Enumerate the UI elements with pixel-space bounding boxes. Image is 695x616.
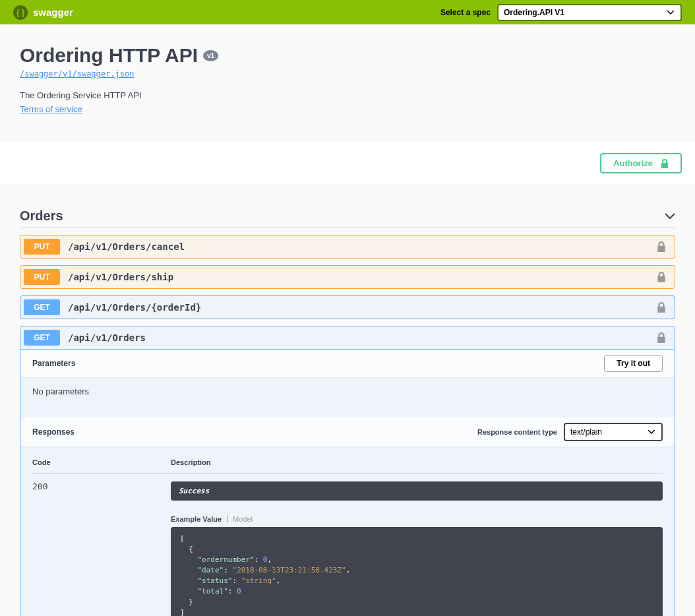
responses-table-header: Code Description <box>32 458 663 474</box>
lock-icon <box>661 159 669 168</box>
api-description: The Ordering Service HTTP API <box>20 90 682 100</box>
authorize-button[interactable]: Authorize <box>600 153 682 173</box>
method-badge: PUT <box>24 269 60 285</box>
content-type-wrap: Response content type text/plain <box>477 423 663 441</box>
auth-bar: Authorize <box>0 140 695 186</box>
content-type-label: Response content type <box>477 428 557 436</box>
example-code-block: [ { "ordernumber": 0, "date": "2018-08-1… <box>171 527 663 616</box>
tag-section-orders: Orders PUT /api/v1/Orders/cancel PUT /ap… <box>20 204 675 616</box>
parameters-header: Parameters Try it out <box>20 350 675 377</box>
api-title-text: Ordering HTTP API <box>20 44 198 67</box>
operation-summary[interactable]: GET /api/v1/Orders <box>20 326 675 350</box>
api-info: Ordering HTTP API v1 /swagger/v1/swagger… <box>0 24 695 140</box>
example-value-tab[interactable]: Example Value <box>171 515 227 523</box>
description-column-header: Description <box>171 458 663 466</box>
api-title: Ordering HTTP API v1 <box>20 44 682 67</box>
lock-icon <box>657 302 666 313</box>
method-badge: GET <box>24 299 60 315</box>
spec-selector-wrap: Select a spec Ordering.API V1 <box>440 4 682 21</box>
lock-icon <box>657 272 666 282</box>
topbar: { } swagger Select a spec Ordering.API V… <box>0 0 695 24</box>
operation-path: /api/v1/Orders/{orderId} <box>60 302 657 313</box>
no-parameters-text: No parameters <box>20 377 675 417</box>
content-type-select[interactable]: text/plain <box>564 423 663 441</box>
parameters-label: Parameters <box>32 359 75 368</box>
operation-get-orders: GET /api/v1/Orders Parameters Try it out… <box>20 326 675 616</box>
version-badge: v1 <box>203 50 218 61</box>
code-column-header: Code <box>32 458 171 466</box>
swagger-logo-icon: { } <box>13 5 28 20</box>
chevron-down-icon <box>665 213 675 220</box>
model-tab[interactable]: Model <box>233 515 258 523</box>
lock-icon <box>657 332 666 343</box>
response-row-200: 200 Success Example ValueModel [ { "orde… <box>32 474 663 616</box>
response-code: 200 <box>32 481 171 616</box>
operation-summary[interactable]: PUT /api/v1/Orders/ship <box>20 266 675 288</box>
terms-of-service-link[interactable]: Terms of service <box>20 104 82 114</box>
operation-path: /api/v1/Orders <box>60 332 657 343</box>
operation-put-cancel: PUT /api/v1/Orders/cancel <box>20 235 675 259</box>
operation-path: /api/v1/Orders/ship <box>60 272 657 282</box>
lock-icon <box>657 241 666 252</box>
method-badge: PUT <box>24 239 60 255</box>
spec-select-label: Select a spec <box>440 8 491 17</box>
tag-name: Orders <box>20 208 63 224</box>
authorize-label: Authorize <box>613 158 653 168</box>
spec-select[interactable]: Ordering.API V1 <box>497 4 682 21</box>
operation-summary[interactable]: GET /api/v1/Orders/{orderId} <box>20 296 675 319</box>
brand-label: swagger <box>33 7 73 18</box>
operation-body: Parameters Try it out No parameters Resp… <box>20 350 675 616</box>
spec-json-link[interactable]: /swagger/v1/swagger.json <box>20 69 134 78</box>
responses-table: Code Description 200 Success Example Val… <box>20 447 675 616</box>
operation-summary[interactable]: PUT /api/v1/Orders/cancel <box>20 235 675 258</box>
method-badge: GET <box>24 330 60 346</box>
tag-header[interactable]: Orders <box>20 204 675 228</box>
operation-put-ship: PUT /api/v1/Orders/ship <box>20 265 675 289</box>
operation-get-order-by-id: GET /api/v1/Orders/{orderId} <box>20 295 675 319</box>
operation-path: /api/v1/Orders/cancel <box>60 241 657 252</box>
topbar-brand-wrap: { } swagger <box>13 5 73 20</box>
main-content: Orders PUT /api/v1/Orders/cancel PUT /ap… <box>0 204 695 616</box>
responses-label: Responses <box>32 427 75 437</box>
try-it-out-button[interactable]: Try it out <box>604 355 663 372</box>
response-description: Success <box>171 481 663 501</box>
responses-header: Responses Response content type text/pla… <box>20 417 675 447</box>
example-tabs: Example ValueModel <box>171 515 663 523</box>
